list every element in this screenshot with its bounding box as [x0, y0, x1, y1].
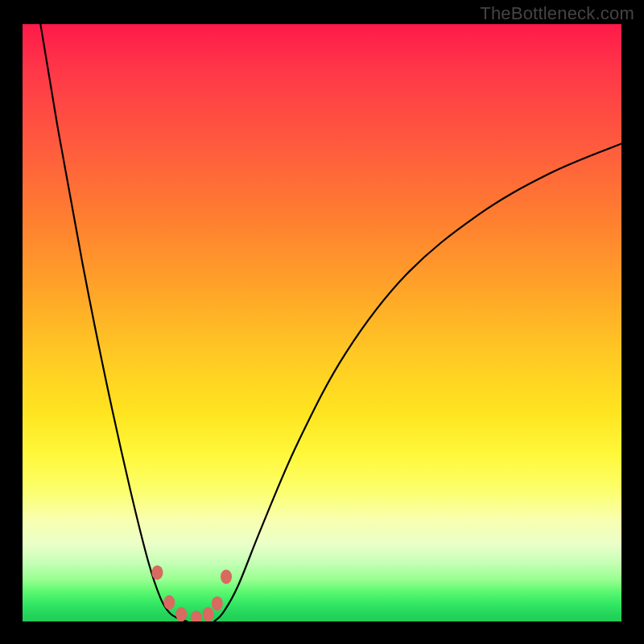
curve-marker	[151, 565, 163, 580]
chart-svg	[23, 24, 621, 621]
curve-marker	[191, 611, 202, 622]
curve-marker	[203, 607, 214, 621]
curve-left-arm	[40, 24, 187, 621]
curve-marker	[212, 597, 223, 611]
curve-marker	[163, 595, 175, 609]
watermark-text: TheBottleneck.com	[480, 3, 634, 24]
curve-right-arm	[214, 143, 621, 621]
curve-markers-group	[151, 565, 232, 621]
curve-marker	[221, 569, 232, 584]
chart-plot-area	[23, 24, 621, 621]
curve-marker	[175, 607, 187, 621]
